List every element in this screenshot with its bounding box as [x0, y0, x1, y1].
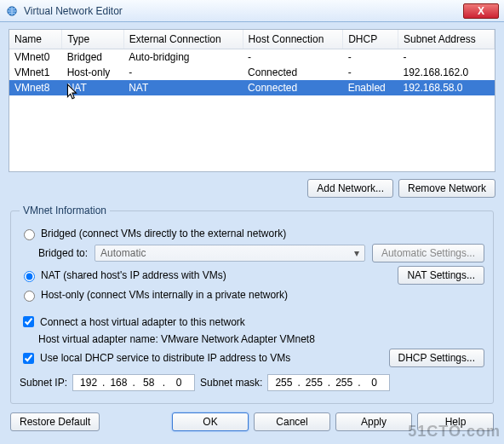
window-title: Virtual Network Editor	[24, 5, 463, 17]
content: Name Type External Connection Host Conne…	[0, 22, 504, 436]
col-name[interactable]: Name	[9, 30, 62, 49]
chevron-down-icon: ▾	[354, 247, 359, 259]
col-subnet[interactable]: Subnet Address	[398, 30, 494, 49]
nat-label: NAT (shared host's IP address with VMs)	[41, 269, 226, 281]
restore-default-button[interactable]: Restore Default	[10, 412, 100, 431]
connect-host-label: Connect a host virtual adapter to this n…	[40, 316, 245, 328]
use-dhcp-label: Use local DHCP service to distribute IP …	[40, 352, 290, 364]
apply-button[interactable]: Apply	[335, 412, 412, 431]
vmnet-info-legend: VMnet Information	[20, 205, 110, 216]
help-button[interactable]: Help	[417, 412, 494, 431]
close-button[interactable]: X	[463, 3, 499, 19]
ok-button[interactable]: OK	[172, 412, 249, 431]
app-icon	[5, 4, 19, 18]
connect-host-checkbox[interactable]	[23, 316, 34, 327]
table-row[interactable]: VMnet8 NAT NAT Connected Enabled 192.168…	[9, 80, 495, 95]
col-host[interactable]: Host Connection	[243, 30, 343, 49]
hostonly-radio[interactable]	[24, 291, 35, 302]
bridged-radio[interactable]	[24, 229, 35, 240]
bridged-to-label: Bridged to:	[38, 247, 88, 259]
vmnet-info-group: VMnet Information Bridged (connect VMs d…	[10, 205, 494, 404]
table-row[interactable]: VMnet0 Bridged Auto-bridging - - -	[9, 49, 495, 66]
subnet-ip-field[interactable]: 192. 168. 58. 0	[72, 374, 195, 391]
table-header-row: Name Type External Connection Host Conne…	[9, 30, 495, 49]
bridged-to-select[interactable]: Automatic ▾	[94, 245, 365, 262]
subnet-ip-label: Subnet IP:	[20, 377, 67, 389]
col-ext[interactable]: External Connection	[123, 30, 243, 49]
col-dhcp[interactable]: DHCP	[343, 30, 398, 49]
use-dhcp-checkbox[interactable]	[23, 353, 34, 364]
add-network-button[interactable]: Add Network...	[307, 179, 393, 198]
cancel-button[interactable]: Cancel	[254, 412, 330, 431]
table-row[interactable]: VMnet1 Host-only - Connected - 192.168.1…	[9, 65, 495, 80]
dhcp-settings-button[interactable]: DHCP Settings...	[389, 349, 484, 367]
remove-network-button[interactable]: Remove Network	[398, 179, 495, 198]
col-type[interactable]: Type	[62, 30, 123, 49]
host-adapter-name: Host virtual adapter name: VMware Networ…	[38, 333, 315, 345]
network-table[interactable]: Name Type External Connection Host Conne…	[9, 30, 495, 95]
subnet-mask-label: Subnet mask:	[200, 377, 262, 389]
automatic-settings-button: Automatic Settings...	[372, 244, 484, 262]
title-bar: Virtual Network Editor X	[0, 0, 504, 22]
nat-radio[interactable]	[24, 271, 35, 282]
hostonly-label: Host-only (connect VMs internally in a p…	[41, 289, 288, 301]
nat-settings-button[interactable]: NAT Settings...	[398, 266, 484, 285]
network-table-wrap: Name Type External Connection Host Conne…	[9, 29, 495, 172]
subnet-mask-field[interactable]: 255. 255. 255. 0	[267, 374, 390, 391]
bridged-label: Bridged (connect VMs directly to the ext…	[41, 228, 286, 239]
